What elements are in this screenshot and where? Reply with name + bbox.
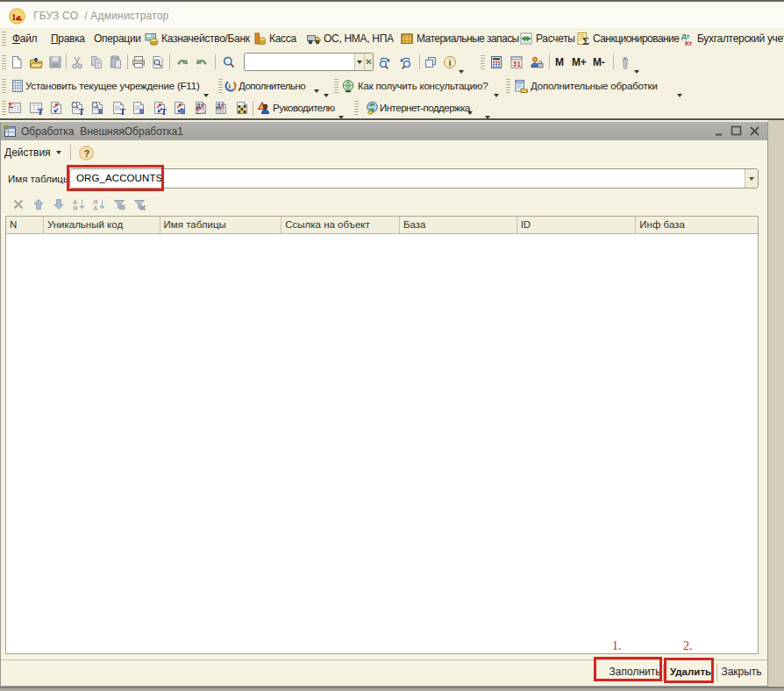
calendar-button[interactable]: 31: [510, 55, 524, 69]
grid-delete-button[interactable]: [11, 197, 25, 211]
account-analysis-button[interactable]: T: [70, 101, 84, 115]
table-name-combo[interactable]: ORG_ACCOUNTS: [69, 168, 759, 189]
menu-item-materials[interactable]: Материальные запасы: [400, 28, 519, 49]
internet-support-menu-chevron[interactable]: [467, 106, 474, 110]
menu-item-treasury-bank[interactable]: Казначейство/Банк: [145, 28, 250, 49]
search-input[interactable]: [245, 53, 354, 70]
consultation-globe-icon[interactable]: [341, 79, 355, 93]
grid-column-header[interactable]: ID: [517, 217, 637, 233]
find-next-button[interactable]: [377, 55, 391, 69]
manager-reports-chevron[interactable]: [339, 110, 345, 114]
postings-report-button[interactable]: ДК: [214, 101, 228, 115]
copy-button[interactable]: [89, 55, 103, 69]
toolbar-grip[interactable]: [2, 79, 6, 93]
subconto-card-button[interactable]: [132, 101, 146, 115]
close-window-button[interactable]: [749, 125, 760, 137]
grid-filter-button[interactable]: [112, 197, 126, 211]
menu-item-cash[interactable]: Касса: [253, 28, 296, 49]
grid-column-header[interactable]: N: [6, 217, 44, 233]
dop-obrabotki-button[interactable]: Дополнительные обработки: [531, 81, 658, 91]
dopolnitelno-button[interactable]: Дополнительно: [239, 81, 305, 91]
menu-item-os-nma-npa[interactable]: ОС, НМА, НПА: [307, 28, 394, 49]
manager-reports-icon[interactable]: [257, 101, 271, 115]
user-permissions-button[interactable]: [530, 55, 544, 69]
grid-sort-asc-button[interactable]: АЯ: [72, 197, 86, 211]
toolbar-grip[interactable]: [2, 55, 6, 69]
grid-column-header[interactable]: Ссылка на объект: [282, 217, 400, 233]
windows-button[interactable]: [424, 55, 438, 69]
open-button[interactable]: [29, 55, 43, 69]
account-card-button[interactable]: T: [111, 101, 125, 115]
wrench-dropdown-chevron[interactable]: [634, 65, 640, 68]
toolbar-grip[interactable]: [334, 79, 339, 93]
chess-sheet-button[interactable]: [235, 101, 249, 115]
close-button[interactable]: Закрыть: [721, 660, 762, 683]
toolbar-grip[interactable]: [354, 101, 359, 115]
window-titlebar[interactable]: Обработка ВнешняяОбработка1: [1, 122, 767, 140]
dopolnitelno-icon[interactable]: i: [224, 79, 238, 93]
grid-move-down-button[interactable]: [52, 197, 66, 211]
menubar-grip[interactable]: [2, 32, 6, 46]
dopolnitelno-menu-chevron[interactable]: [314, 84, 320, 88]
account-turnover-report-button[interactable]: [49, 101, 63, 115]
actions-menu-button[interactable]: Действия: [1, 146, 61, 159]
menu-item-accounting[interactable]: ДтКтБухгалтерский учет: [681, 28, 784, 49]
toolbar-grip[interactable]: [481, 55, 485, 69]
toolbar-grip[interactable]: [218, 79, 223, 93]
find-button[interactable]: [222, 55, 236, 69]
osv-account-report-button[interactable]: T: [29, 101, 43, 115]
subconto-analysis-button[interactable]: [90, 101, 104, 115]
menu-item-operations[interactable]: Операции: [94, 28, 141, 49]
subconto-turnover-button[interactable]: [173, 101, 187, 115]
set-institution-icon[interactable]: [11, 79, 25, 93]
combo-drop-button[interactable]: [745, 169, 758, 188]
paste-button[interactable]: [109, 55, 123, 69]
memory-m-button[interactable]: M: [555, 56, 564, 68]
redo-button[interactable]: [195, 55, 209, 69]
info-dropdown-chevron[interactable]: [459, 65, 465, 68]
data-grid[interactable]: NУникальный кодИмя таблицыСсылка на объе…: [5, 216, 759, 654]
grid-column-header[interactable]: Инф база: [636, 217, 758, 233]
cut-button[interactable]: [70, 55, 84, 69]
undo-button[interactable]: [175, 55, 189, 69]
internet-support-icon[interactable]: [365, 101, 379, 115]
settings-wrench-button[interactable]: [619, 55, 633, 69]
print-preview-button[interactable]: [151, 55, 165, 69]
grid-move-up-button[interactable]: [32, 197, 46, 211]
calculator-button[interactable]: [489, 55, 503, 69]
help-icon[interactable]: ?: [79, 146, 93, 160]
find-previous-button[interactable]: [399, 55, 413, 69]
set-institution-chevron[interactable]: [203, 89, 210, 92]
subconto-analysis-t-button[interactable]: T: [153, 101, 167, 115]
dop-obrabotki-chevron[interactable]: [677, 89, 683, 92]
new-document-button[interactable]: [10, 55, 24, 69]
consultation-button[interactable]: Как получить консультацию?: [358, 81, 488, 91]
search-drop-button[interactable]: [354, 53, 363, 70]
minimize-button[interactable]: [714, 125, 725, 137]
grid-sort-desc-button[interactable]: ЯА: [92, 197, 106, 211]
internet-support-button[interactable]: Интернет-поддержка: [380, 103, 470, 113]
menu-item-sanctioning[interactable]: ΣСанкционирование: [576, 28, 679, 49]
maximize-button[interactable]: [731, 125, 742, 137]
grid-clear-filter-button[interactable]: [132, 197, 146, 211]
memory-m-plus-button[interactable]: M+: [572, 56, 587, 68]
menu-item-raschety[interactable]: Расчеты: [519, 28, 575, 49]
grid-column-header[interactable]: Уникальный код: [44, 217, 160, 233]
set-institution-button[interactable]: Установить текущее учреждение (F11): [25, 81, 200, 91]
dop-obrabotki-icon[interactable]: [514, 79, 528, 93]
service-info-button[interactable]: i: [443, 55, 457, 69]
consultation-chevron[interactable]: [494, 89, 500, 92]
grid-column-header[interactable]: Имя таблицы: [160, 217, 282, 233]
search-combo[interactable]: ✕: [244, 53, 374, 71]
toolbar-grip[interactable]: [506, 79, 510, 93]
osv-report-button[interactable]: Σ: [8, 101, 22, 115]
print-button[interactable]: [132, 55, 146, 69]
toolbar-grip[interactable]: [2, 101, 6, 115]
table-name-value[interactable]: ORG_ACCOUNTS: [70, 169, 745, 188]
grid-column-header[interactable]: База: [400, 217, 517, 233]
internet-support-chevron[interactable]: [485, 110, 491, 114]
menu-item-edit[interactable]: Правка: [51, 28, 85, 49]
memory-m-minus-button[interactable]: M-: [593, 56, 605, 68]
menu-item-file[interactable]: Файл: [12, 28, 37, 49]
manager-reports-button[interactable]: Руководителю: [273, 103, 335, 113]
